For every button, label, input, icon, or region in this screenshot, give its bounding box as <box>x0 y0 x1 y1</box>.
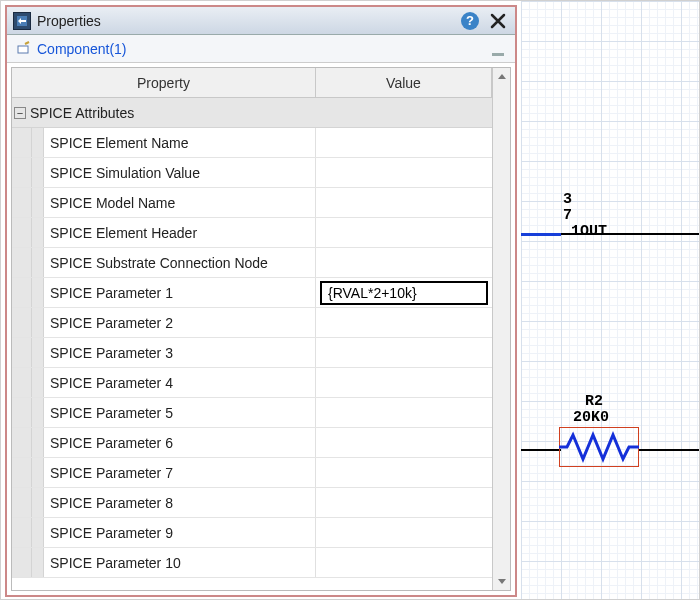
schematic-canvas[interactable]: 3 7 1OUT R2 20K0 <box>521 1 700 600</box>
property-value-cell[interactable] <box>316 278 492 307</box>
property-name-cell[interactable]: SPICE Substrate Connection Node <box>44 248 316 277</box>
header-property[interactable]: Property <box>12 68 316 97</box>
property-name-cell[interactable]: SPICE Parameter 8 <box>44 488 316 517</box>
row-indent <box>32 488 44 517</box>
property-name-cell[interactable]: SPICE Parameter 2 <box>44 308 316 337</box>
row-gutter <box>12 428 32 457</box>
component-link[interactable]: Component(1) <box>37 41 127 57</box>
property-value-cell[interactable] <box>316 488 492 517</box>
pin-label-7: 7 <box>563 207 572 224</box>
wire-segment[interactable] <box>639 449 700 451</box>
row-indent <box>32 338 44 367</box>
property-value-cell[interactable] <box>316 518 492 547</box>
table-row[interactable]: SPICE Element Name <box>12 128 492 158</box>
table-row[interactable]: SPICE Parameter 9 <box>12 518 492 548</box>
table-row[interactable]: SPICE Model Name <box>12 188 492 218</box>
row-gutter <box>12 458 32 487</box>
titlebar: Properties ? <box>7 7 515 35</box>
row-indent <box>32 458 44 487</box>
panel-title: Properties <box>37 13 461 29</box>
property-value-cell[interactable] <box>316 218 492 247</box>
resistor-symbol[interactable] <box>559 431 639 463</box>
property-value-cell[interactable] <box>316 128 492 157</box>
row-indent <box>32 308 44 337</box>
property-name-cell[interactable]: SPICE Model Name <box>44 188 316 217</box>
table-row[interactable]: SPICE Parameter 8 <box>12 488 492 518</box>
property-value-cell[interactable] <box>316 548 492 577</box>
property-name-cell[interactable]: SPICE Element Name <box>44 128 316 157</box>
property-name-cell[interactable]: SPICE Parameter 3 <box>44 338 316 367</box>
table-row[interactable]: SPICE Parameter 2 <box>12 308 492 338</box>
property-name-cell[interactable]: SPICE Parameter 4 <box>44 368 316 397</box>
property-name-cell[interactable]: SPICE Parameter 6 <box>44 428 316 457</box>
help-button[interactable]: ? <box>461 12 479 30</box>
property-value-cell[interactable] <box>316 458 492 487</box>
table-row[interactable]: SPICE Parameter 7 <box>12 458 492 488</box>
table-row[interactable]: SPICE Parameter 10 <box>12 548 492 578</box>
table-row[interactable]: SPICE Substrate Connection Node <box>12 248 492 278</box>
row-indent <box>32 428 44 457</box>
close-button[interactable] <box>487 10 509 32</box>
resistor-value[interactable]: 20K0 <box>573 409 609 426</box>
property-name-cell[interactable]: SPICE Element Header <box>44 218 316 247</box>
app-icon <box>13 12 31 30</box>
row-gutter <box>12 128 32 157</box>
scroll-down-icon[interactable] <box>493 572 510 590</box>
group-label: SPICE Attributes <box>30 105 134 121</box>
properties-panel: Properties ? Component(1) Property Value <box>5 5 517 597</box>
property-value-cell[interactable] <box>316 308 492 337</box>
grid-rows: − SPICE Attributes SPICE Element NameSPI… <box>12 98 492 590</box>
row-gutter <box>12 188 32 217</box>
vertical-scrollbar[interactable] <box>492 68 510 590</box>
table-row[interactable]: SPICE Parameter 6 <box>12 428 492 458</box>
row-indent <box>32 188 44 217</box>
table-row[interactable]: SPICE Element Header <box>12 218 492 248</box>
row-gutter <box>12 548 32 577</box>
resistor-ref[interactable]: R2 <box>585 393 603 410</box>
row-gutter <box>12 308 32 337</box>
wire-segment[interactable] <box>521 449 561 451</box>
spice-parameter-1-input[interactable] <box>320 281 488 305</box>
property-name-cell[interactable]: SPICE Parameter 9 <box>44 518 316 547</box>
group-row-spice-attributes[interactable]: − SPICE Attributes <box>12 98 492 128</box>
pin-label-3: 3 <box>563 191 572 208</box>
row-gutter <box>12 488 32 517</box>
grid-body: Property Value − SPICE Attributes SPICE … <box>12 68 492 590</box>
property-value-cell[interactable] <box>316 428 492 457</box>
collapse-icon[interactable]: − <box>14 107 26 119</box>
row-indent <box>32 518 44 547</box>
app-stage: Properties ? Component(1) Property Value <box>0 0 700 600</box>
table-row[interactable]: SPICE Parameter 3 <box>12 338 492 368</box>
property-value-cell[interactable] <box>316 248 492 277</box>
property-grid: Property Value − SPICE Attributes SPICE … <box>11 67 511 591</box>
row-indent <box>32 548 44 577</box>
row-gutter <box>12 518 32 547</box>
property-name-cell[interactable]: SPICE Parameter 7 <box>44 458 316 487</box>
property-name-cell[interactable]: SPICE Parameter 5 <box>44 398 316 427</box>
row-indent <box>32 158 44 187</box>
table-row[interactable]: SPICE Parameter 5 <box>12 398 492 428</box>
row-gutter <box>12 398 32 427</box>
property-value-cell[interactable] <box>316 398 492 427</box>
minimize-button[interactable] <box>489 40 507 58</box>
header-value[interactable]: Value <box>316 68 492 97</box>
property-value-cell[interactable] <box>316 368 492 397</box>
row-gutter <box>12 368 32 397</box>
property-name-cell[interactable]: SPICE Parameter 10 <box>44 548 316 577</box>
wire-segment[interactable] <box>521 233 561 236</box>
row-gutter <box>12 338 32 367</box>
net-label-out: 1OUT <box>571 223 607 240</box>
table-row[interactable]: SPICE Parameter 4 <box>12 368 492 398</box>
property-value-cell[interactable] <box>316 338 492 367</box>
table-row[interactable]: SPICE Parameter 1 <box>12 278 492 308</box>
property-value-cell[interactable] <box>316 158 492 187</box>
svg-rect-1 <box>18 46 28 53</box>
property-name-cell[interactable]: SPICE Simulation Value <box>44 158 316 187</box>
row-indent <box>32 218 44 247</box>
scroll-up-icon[interactable] <box>493 68 510 86</box>
row-gutter <box>12 248 32 277</box>
table-row[interactable]: SPICE Simulation Value <box>12 158 492 188</box>
row-gutter <box>12 278 32 307</box>
property-value-cell[interactable] <box>316 188 492 217</box>
property-name-cell[interactable]: SPICE Parameter 1 <box>44 278 316 307</box>
